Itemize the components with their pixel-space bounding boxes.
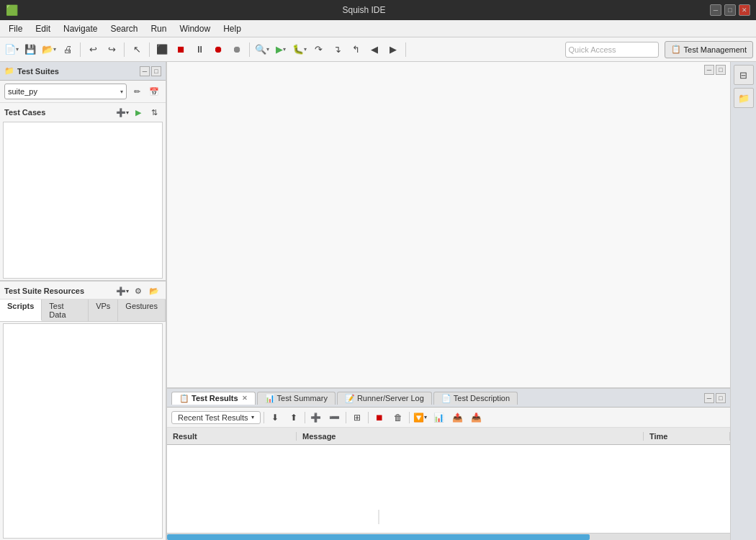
new-button[interactable]: 📄▾ — [3, 41, 20, 58]
bottom-scrollbar[interactable] — [167, 533, 730, 540]
tab-test-description[interactable]: 📄 Test Description — [433, 392, 518, 405]
minimize-button[interactable]: ─ — [710, 4, 721, 16]
scroll-down-button[interactable]: ⬇ — [267, 410, 283, 426]
menu-search[interactable]: Search — [104, 22, 143, 35]
right-icon-btn2[interactable]: 📁 — [734, 88, 754, 108]
run-button[interactable]: ▶▾ — [272, 41, 289, 58]
suite-dropdown[interactable]: suite_py ▾ — [4, 84, 127, 99]
collapse-button[interactable]: ➖ — [327, 410, 343, 426]
tab-test-results[interactable]: 📋 Test Results ✕ — [171, 392, 256, 405]
open-icon: 📂 — [42, 44, 53, 55]
menu-navigate[interactable]: Navigate — [58, 22, 103, 35]
menu-edit[interactable]: Edit — [30, 22, 56, 35]
save-button[interactable]: 💾 — [22, 41, 39, 58]
stop-record-button[interactable]: ⏹ — [172, 41, 189, 58]
dropdown-arrow2: ▾ — [53, 46, 56, 53]
tab-scripts[interactable]: Scripts — [0, 300, 42, 321]
filter-button[interactable]: 🔽▾ — [413, 410, 428, 426]
spy-arrow: ▾ — [266, 46, 269, 53]
menu-run[interactable]: Run — [145, 22, 172, 35]
backward-button[interactable]: ◀ — [366, 41, 383, 58]
editor-maximize-button[interactable]: □ — [716, 65, 726, 75]
bottom-minimize-button[interactable]: ─ — [704, 393, 714, 403]
scroll-up-button[interactable]: ⬆ — [286, 410, 302, 426]
tab-vps[interactable]: VPs — [89, 300, 118, 321]
quick-access-input[interactable]: Quick Access — [565, 42, 659, 58]
resource-folder-button[interactable]: 📂 — [147, 284, 161, 297]
test-summary-label: Test Summary — [277, 394, 328, 402]
tab-test-summary[interactable]: 📊 Test Summary — [257, 392, 336, 405]
result-column-header: Result — [167, 432, 297, 441]
right-icon-btn1[interactable]: ⊟ — [734, 65, 754, 85]
test-management-button[interactable]: 📋 Test Management — [665, 41, 753, 58]
resource-settings-button[interactable]: ⚙ — [131, 284, 145, 297]
import-button[interactable]: 📥 — [469, 410, 485, 426]
rt-sep4 — [368, 412, 369, 423]
tab-gestures[interactable]: Gestures — [118, 300, 166, 321]
edit-icon: ✏ — [134, 87, 140, 96]
record-start-icon: ⬛ — [156, 44, 168, 55]
report-button[interactable]: 📊 — [431, 410, 447, 426]
menu-window[interactable]: Window — [174, 22, 216, 35]
sep2 — [124, 42, 125, 57]
bottom-maximize-button[interactable]: □ — [716, 393, 726, 403]
record2-button[interactable]: ⏺ — [228, 41, 246, 58]
sort-icon: ⇅ — [151, 108, 158, 117]
stop-button[interactable]: ⏹ — [372, 410, 387, 426]
close-results-tab[interactable]: ✕ — [242, 395, 248, 402]
open-button[interactable]: 📂▾ — [40, 41, 58, 58]
recent-results-button[interactable]: Recent Test Results ▾ — [171, 411, 261, 424]
print-button[interactable]: 🖨 — [59, 41, 76, 58]
recent-results-label: Recent Test Results — [178, 413, 248, 422]
view-toggle-button[interactable]: ⊞ — [349, 410, 365, 426]
add-test-case-button[interactable]: ➕▾ — [115, 106, 130, 119]
sort-test-cases-button[interactable]: ⇅ — [147, 106, 161, 119]
undo-button[interactable]: ↩ — [84, 41, 102, 58]
pause-record-button[interactable]: ⏸ — [191, 41, 208, 58]
redo-button[interactable]: ↪ — [103, 41, 120, 58]
clear-button[interactable]: 🗑 — [390, 410, 406, 426]
restore-button[interactable]: □ — [724, 4, 736, 16]
spy-button[interactable]: 🔍▾ — [253, 41, 271, 58]
suite-calendar-button[interactable]: 📅 — [147, 85, 161, 98]
collapse-icon: ➖ — [329, 413, 340, 423]
debug-arrow: ▾ — [304, 46, 307, 53]
editor-minimize-button[interactable]: ─ — [704, 65, 714, 75]
minimize-panel-button[interactable]: ─ — [140, 66, 150, 76]
app-icon: 🟩 — [6, 4, 18, 16]
step-out-button[interactable]: ↰ — [347, 41, 364, 58]
start-record-button[interactable]: ⬛ — [153, 41, 171, 58]
quick-access-label: Quick Access — [569, 45, 616, 54]
step-over-button[interactable]: ↷ — [310, 41, 327, 58]
test-cases-list[interactable] — [3, 122, 163, 279]
print-icon: 🖨 — [63, 44, 73, 55]
step-into-button[interactable]: ↴ — [328, 41, 346, 58]
export-button[interactable]: 📤 — [450, 410, 466, 426]
editor-area[interactable]: ─ □ — [167, 62, 730, 389]
scrollbar-thumb[interactable] — [167, 534, 590, 540]
tab-runner-log[interactable]: 📝 Runner/Server Log — [337, 392, 432, 405]
menu-help[interactable]: Help — [217, 22, 247, 35]
bottom-tabs: 📋 Test Results ✕ 📊 Test Summary 📝 Runner… — [171, 392, 518, 405]
backward-icon: ◀ — [371, 44, 378, 55]
runner-log-label: Runner/Server Log — [357, 394, 424, 402]
debug-button[interactable]: 🐛▾ — [291, 41, 308, 58]
tab-test-data[interactable]: Test Data — [42, 300, 89, 321]
resources-content[interactable] — [3, 323, 163, 539]
edit-suite-button[interactable]: ✏ — [130, 85, 144, 98]
test-cases-section: Test Cases ➕▾ ▶ ⇅ — [0, 103, 166, 120]
forward-button[interactable]: ▶ — [384, 41, 402, 58]
menu-file[interactable]: File — [3, 22, 28, 35]
record-button[interactable]: ⏺ — [210, 41, 227, 58]
spy-icon: 🔍 — [255, 44, 266, 55]
maximize-panel-button[interactable]: □ — [151, 66, 161, 76]
message-column-header: Message — [297, 432, 644, 441]
run-test-cases-button[interactable]: ▶ — [131, 106, 145, 119]
resource-tabs: Scripts Test Data VPs Gestures — [0, 300, 166, 322]
expand-button[interactable]: ➕ — [308, 410, 324, 426]
add-resource-button[interactable]: ➕▾ — [115, 284, 130, 297]
close-button[interactable]: ✕ — [739, 4, 750, 16]
test-desc-label: Test Description — [454, 394, 510, 402]
bottom-panel-header: 📋 Test Results ✕ 📊 Test Summary 📝 Runner… — [167, 389, 730, 408]
cursor-button[interactable]: ↖ — [128, 41, 145, 58]
